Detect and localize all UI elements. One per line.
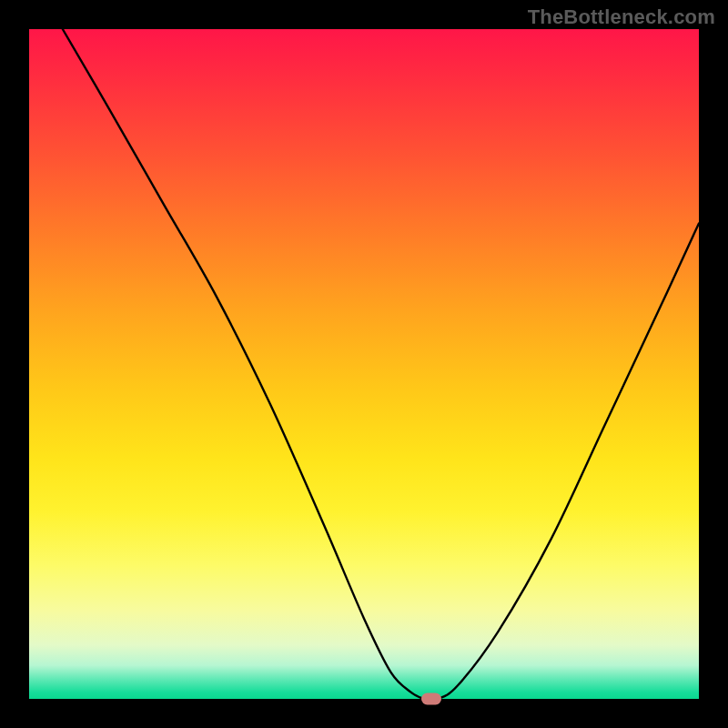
bottleneck-curve: [63, 29, 699, 699]
chart-frame: TheBottleneck.com: [0, 0, 728, 728]
plot-area: [29, 29, 699, 699]
curve-svg: [29, 29, 699, 699]
optimal-marker: [421, 693, 441, 705]
watermark-text: TheBottleneck.com: [528, 5, 715, 29]
